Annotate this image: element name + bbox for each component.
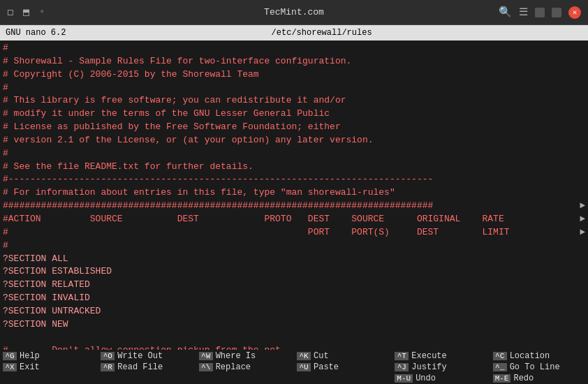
line-11: #---------------------------------------…: [3, 173, 585, 186]
shortcut-undo[interactable]: M-U Undo: [392, 373, 490, 384]
line-20: ?SECTION INVALID: [3, 292, 585, 305]
shortcut-empty-1: [0, 373, 98, 384]
label-replace: Replace: [216, 362, 251, 372]
line-3: # Copyright (C) 2006-2015 by the Shorewa…: [3, 68, 585, 82]
label-execute: Execute: [411, 351, 446, 361]
line-15: # PORT PORT(S) DEST LIMIT►: [3, 226, 585, 239]
key-ctrl-x: ^X: [3, 363, 17, 371]
shortcut-empty-4: [294, 373, 392, 384]
new-tab-icon[interactable]: ◻: [7, 6, 13, 19]
label-where-is: Where Is: [216, 351, 256, 361]
key-ctrl-c: ^C: [493, 352, 507, 360]
line-8: # version 2.1 of the License, or (at you…: [3, 134, 585, 147]
label-undo: Undo: [416, 374, 436, 383]
label-paste: Paste: [314, 362, 339, 372]
key-ctrl-k: ^K: [297, 352, 311, 360]
nano-header-right: [578, 28, 582, 38]
label-redo: Redo: [513, 374, 534, 383]
line-17: ?SECTION ALL: [3, 253, 585, 266]
line-22: ?SECTION NEW: [3, 318, 585, 332]
shortcut-cut[interactable]: ^K Cut: [294, 350, 392, 362]
titlebar-left: ◻ ⬒ ◦: [7, 6, 45, 19]
line-14: #ACTION SOURCE DEST PROTO DEST SOURCE OR…: [3, 213, 585, 226]
key-ctrl-backslash: ^\: [199, 363, 213, 371]
shortcut-empty-3: [196, 373, 294, 384]
key-ctrl-r: ^R: [101, 363, 115, 371]
key-ctrl-w: ^W: [199, 352, 213, 360]
shortcut-write-out[interactable]: ^O Write Out: [98, 350, 196, 362]
titlebar: ◻ ⬒ ◦ TecMint.com 🔍 ☰ ✕: [0, 0, 588, 25]
shortcut-execute[interactable]: ^T Execute: [392, 350, 490, 362]
split-v-icon[interactable]: ◦: [39, 6, 45, 18]
maximize-button[interactable]: [552, 8, 561, 17]
line-18: ?SECTION ESTABLISHED: [3, 265, 585, 279]
key-m-u: M-U: [395, 374, 413, 383]
line-13: ########################################…: [3, 200, 585, 213]
key-ctrl-g: ^G: [3, 352, 17, 360]
key-ctrl-t: ^T: [395, 352, 409, 360]
minimize-button[interactable]: [535, 8, 545, 17]
label-write-out: Write Out: [117, 351, 163, 361]
line-4: #: [3, 82, 585, 95]
menu-icon[interactable]: ☰: [519, 6, 528, 19]
key-ctrl-underscore: ^_: [493, 363, 507, 371]
line-24: # Don't allow connection pickup from the…: [3, 344, 585, 350]
titlebar-right: 🔍 ☰ ✕: [499, 6, 581, 19]
shortcut-where-is[interactable]: ^W Where Is: [196, 350, 294, 362]
shortcut-read-file[interactable]: ^R Read File: [98, 362, 196, 373]
label-justify: Justify: [411, 362, 446, 372]
line-10: # See the file README.txt for further de…: [3, 161, 585, 174]
shortcut-exit[interactable]: ^X Exit: [0, 362, 98, 373]
label-go-to-line: Go To Line: [510, 362, 560, 372]
label-exit: Exit: [20, 362, 40, 372]
close-button[interactable]: ✕: [568, 6, 581, 19]
shortcut-redo[interactable]: M-E Redo: [490, 373, 588, 384]
line-19: ?SECTION RELATED: [3, 279, 585, 292]
label-help: Help: [20, 351, 40, 361]
key-ctrl-o: ^O: [101, 352, 115, 360]
label-read-file: Read File: [117, 362, 163, 372]
shortcut-help[interactable]: ^G Help: [0, 350, 98, 362]
line-2: # Shorewall - Sample Rules File for two-…: [3, 55, 585, 68]
line-7: # License as published by the Free Softw…: [3, 121, 585, 134]
nano-footer: ^G Help ^O Write Out ^W Where Is ^K Cut …: [0, 350, 588, 384]
line-9: #: [3, 147, 585, 161]
key-m-e: M-E: [493, 374, 511, 383]
label-location: Location: [510, 351, 550, 361]
nano-header: GNU nano 6.2 /etc/shorewall/rules: [0, 25, 588, 40]
shortcut-location[interactable]: ^C Location: [490, 350, 588, 362]
shortcut-replace[interactable]: ^\ Replace: [196, 362, 294, 373]
line-16: #: [3, 239, 585, 253]
line-12: # For information about entries in this …: [3, 186, 585, 200]
shortcut-empty-2: [98, 373, 196, 384]
line-21: ?SECTION UNTRACKED: [3, 305, 585, 318]
line-6: # modify it under the terms of the GNU L…: [3, 108, 585, 121]
line-23: [3, 332, 585, 345]
key-ctrl-j: ^J: [395, 363, 409, 371]
search-icon[interactable]: 🔍: [499, 6, 512, 19]
key-ctrl-u: ^U: [297, 363, 311, 371]
split-h-icon[interactable]: ⬒: [23, 6, 29, 19]
shortcut-justify[interactable]: ^J Justify: [392, 362, 490, 373]
nano-version: GNU nano 6.2: [6, 28, 66, 38]
file-path: /etc/shorewall/rules: [272, 28, 372, 38]
line-1: #: [3, 42, 585, 55]
editor[interactable]: # # Shorewall - Sample Rules File for tw…: [0, 40, 588, 350]
shortcut-paste[interactable]: ^U Paste: [294, 362, 392, 373]
label-cut: Cut: [314, 351, 329, 361]
line-5: # This library is free software; you can…: [3, 94, 585, 108]
shortcut-go-to-line[interactable]: ^_ Go To Line: [490, 362, 588, 373]
